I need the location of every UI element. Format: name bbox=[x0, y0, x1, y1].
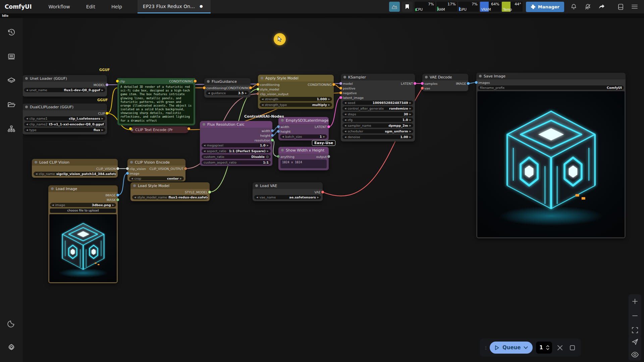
theme-toggle-moon-icon[interactable] bbox=[0, 314, 23, 333]
collapse-dot-icon[interactable] bbox=[51, 187, 54, 190]
collapse-dot-icon[interactable] bbox=[133, 184, 136, 187]
count-stepper[interactable] bbox=[546, 345, 549, 350]
slot-dot[interactable] bbox=[106, 83, 108, 86]
output-slot-height[interactable]: height bbox=[260, 134, 270, 137]
workflows-folder-icon[interactable] bbox=[0, 95, 23, 115]
settings-gear-icon[interactable] bbox=[0, 338, 23, 357]
node-load-image[interactable]: Load ImageIMAGEMASK◀image3dbox.png▶choos… bbox=[48, 185, 118, 283]
output-slot-width[interactable]: width bbox=[262, 129, 270, 133]
slot-dot[interactable] bbox=[327, 125, 330, 128]
slot-dot[interactable] bbox=[129, 127, 132, 130]
slot-dot[interactable] bbox=[421, 87, 424, 89]
input-slot-negative[interactable]: negative bbox=[343, 91, 357, 95]
widget-left-arrow-icon[interactable]: ◀ bbox=[282, 135, 284, 138]
node-apply-style-model[interactable]: Apply Style ModelconditioningCONDITIONIN… bbox=[258, 75, 334, 109]
widget-sampler_name[interactable]: ◀sampler_namedpmpp_2m▶ bbox=[342, 123, 413, 128]
slot-dot[interactable] bbox=[475, 81, 478, 84]
widget-left-arrow-icon[interactable]: ◀ bbox=[344, 113, 346, 116]
node-load-clip-vision[interactable]: Load CLIP VisionCLIP_VISION◀clip_namesig… bbox=[32, 159, 118, 178]
bottom-panel-toggle-icon[interactable] bbox=[614, 2, 627, 12]
slot-dot[interactable] bbox=[257, 88, 259, 90]
slot-dot[interactable] bbox=[208, 191, 211, 193]
node-title-bar[interactable]: EmptySD3LatentImage bbox=[278, 117, 329, 124]
widget-custom_aspect_ratio[interactable]: custom_aspect_ratio1:1 bbox=[202, 160, 271, 165]
widget-left-arrow-icon[interactable]: ◀ bbox=[204, 150, 205, 153]
widget-filename_prefix[interactable]: filename_prefixComfyUI bbox=[478, 85, 624, 90]
manager-button[interactable]: Manager bbox=[526, 2, 564, 12]
input-slot-conditioning[interactable]: conditioning bbox=[206, 86, 226, 90]
slot-dot[interactable] bbox=[116, 198, 119, 201]
output-slot-CONDITIONING[interactable]: CONDITIONING bbox=[226, 86, 250, 90]
hamburger-menu-icon[interactable] bbox=[629, 2, 641, 12]
output-slot-LATENT[interactable]: LATENT bbox=[401, 82, 413, 85]
widget-seed[interactable]: ◀seed1009852882487349▶ bbox=[342, 101, 413, 105]
node-title-bar[interactable]: Flux Resolution Calc bbox=[200, 121, 272, 128]
widget-left-arrow-icon[interactable]: ◀ bbox=[52, 204, 54, 206]
prompt-textarea[interactable]: A detailed 3D render of a futuristic red… bbox=[119, 84, 194, 124]
queue-button[interactable]: Queue bbox=[490, 342, 533, 354]
widget-right-arrow-icon[interactable]: ▶ bbox=[112, 204, 114, 206]
node-flux-guidance[interactable]: FluxGuidanceconditioningCONDITIONING◀gui… bbox=[204, 78, 251, 98]
node-library-icon[interactable] bbox=[0, 71, 23, 90]
input-slot-clip_vision[interactable]: clip_vision bbox=[129, 167, 146, 171]
history-icon[interactable] bbox=[0, 23, 23, 42]
widget-clip_name1[interactable]: ◀clip_name1clip_l.safetensors▶ bbox=[24, 116, 105, 121]
widget-left-arrow-icon[interactable]: ◀ bbox=[344, 124, 346, 127]
graph-badge-icon[interactable] bbox=[389, 2, 400, 12]
widget-right-arrow-icon[interactable]: ▶ bbox=[410, 102, 411, 104]
node-title-bar[interactable]: Load CLIP Vision bbox=[32, 159, 118, 166]
input-slot-anything[interactable]: anything bbox=[280, 155, 294, 159]
collapse-dot-icon[interactable] bbox=[35, 161, 37, 164]
upload-button[interactable]: choose file to upload bbox=[50, 208, 116, 213]
widget-left-arrow-icon[interactable]: ◀ bbox=[344, 130, 346, 133]
node-title-bar[interactable]: Show Width x Height bbox=[278, 147, 329, 154]
input-slot-images[interactable]: images bbox=[478, 81, 490, 84]
widget-custom_ratio[interactable]: custom_ratioDisable bbox=[202, 155, 271, 159]
menu-help[interactable]: Help bbox=[103, 0, 130, 13]
slot-dot[interactable] bbox=[184, 167, 187, 170]
node-title-bar[interactable]: VAE Decode bbox=[422, 74, 468, 80]
output-slot-IMAGE[interactable]: IMAGE bbox=[105, 193, 116, 197]
slot-dot[interactable] bbox=[106, 112, 108, 115]
widget-unet_name[interactable]: ◀unet_nameflux1-dev-Q8_0.gguf▶ bbox=[24, 88, 105, 92]
output-slot-CLIP[interactable]: CLIP bbox=[98, 112, 105, 115]
zoom-in-icon[interactable] bbox=[632, 298, 638, 305]
node-title-bar[interactable]: Load VAE bbox=[253, 182, 323, 189]
input-slot-height[interactable]: height bbox=[280, 130, 290, 133]
node-flux-resolution-calc[interactable]: Flux Resolution Calcwidthheightresolutio… bbox=[200, 121, 272, 166]
widget-left-arrow-icon[interactable]: ◀ bbox=[26, 117, 28, 120]
node-show-width-x-height[interactable]: Show Width x Heightanythingoutput1024 x … bbox=[278, 147, 329, 170]
slot-dot[interactable] bbox=[271, 139, 274, 141]
widget-right-arrow-icon[interactable]: ▶ bbox=[328, 98, 330, 101]
widget-cfg[interactable]: ◀cfg1.0▶ bbox=[342, 118, 413, 122]
output-slot-MASK[interactable]: MASK bbox=[107, 198, 116, 202]
toggle-knob-icon[interactable] bbox=[266, 156, 269, 158]
slot-dot[interactable] bbox=[257, 93, 259, 95]
slot-dot[interactable] bbox=[271, 129, 274, 132]
widget-left-arrow-icon[interactable]: ◀ bbox=[26, 89, 28, 92]
slot-dot[interactable] bbox=[116, 194, 119, 196]
output-slot-CLIP_VISION_OUTPUT[interactable]: CLIP_VISION_OUTPUT bbox=[150, 167, 183, 171]
widget-left-arrow-icon[interactable]: ◀ bbox=[208, 92, 210, 95]
widget-batch_size[interactable]: ◀batch_size1▶ bbox=[280, 134, 327, 139]
node-title-bar[interactable]: Load Image bbox=[48, 185, 118, 192]
node-title-bar[interactable]: CLIP Vision Encode bbox=[127, 159, 185, 166]
zoom-out-icon[interactable] bbox=[632, 312, 638, 319]
slot-dot[interactable] bbox=[271, 134, 274, 137]
slot-dot[interactable] bbox=[116, 167, 119, 170]
widget-scheduler[interactable]: ◀schedulersgm_uniform▶ bbox=[342, 129, 413, 133]
bookmark-icon[interactable] bbox=[402, 2, 413, 12]
widget-left-arrow-icon[interactable]: ◀ bbox=[204, 144, 205, 147]
node-clip-text-encode-negative[interactable]: CLIP Text Encode (Pr bbox=[130, 126, 189, 133]
node-title-bar[interactable]: DualCLIPLoader (GGUF) bbox=[22, 104, 107, 110]
widget-right-arrow-icon[interactable]: ▶ bbox=[102, 117, 103, 120]
node-title-bar[interactable]: Save Image bbox=[476, 73, 626, 79]
queue-list-icon[interactable] bbox=[0, 47, 23, 66]
slot-dot[interactable] bbox=[339, 92, 342, 94]
widget-left-arrow-icon[interactable]: ◀ bbox=[26, 123, 28, 126]
slot-dot[interactable] bbox=[277, 130, 280, 133]
node-title-bar[interactable]: Apply Style Model bbox=[258, 75, 334, 81]
widget-control_after_generate[interactable]: ◀control_after_generaterandomize▶ bbox=[342, 106, 413, 111]
output-slot-output[interactable]: output bbox=[316, 155, 327, 159]
batch-count-input[interactable]: 1 bbox=[536, 342, 552, 354]
